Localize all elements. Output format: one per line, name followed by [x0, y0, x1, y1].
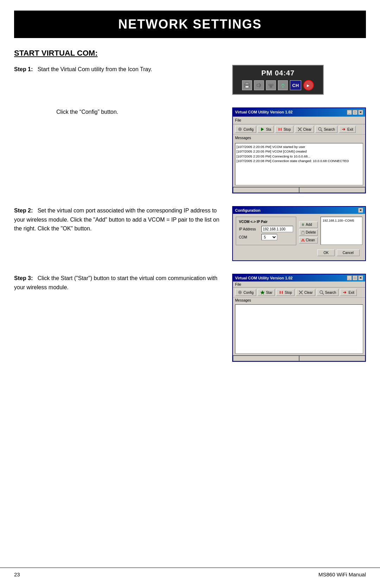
- svg-rect-15: [279, 128, 281, 131]
- config-window: Configuration ✕ VCOM <-> IP Pair IP Addr…: [232, 206, 366, 261]
- clean-button[interactable]: Clean: [299, 237, 318, 243]
- config-bottom-buttons: OK Cancel: [236, 248, 362, 258]
- vcom-config-btn[interactable]: Config: [235, 126, 256, 133]
- vcom-window-step3: Virtual COM Utility Version 1.02 _ □ ✕ F…: [232, 274, 366, 362]
- config-action-buttons: Add Delete Clean: [299, 217, 318, 248]
- msg-line-4: [10/7/2005 2:20:08 PM] Connection state …: [236, 159, 362, 163]
- maximize-btn-3[interactable]: □: [353, 276, 357, 280]
- step1-text: Step 1: Start the Virtual Com utility fr…: [14, 65, 222, 74]
- svg-marker-21: [302, 223, 304, 224]
- config-titlebar: Configuration ✕: [233, 207, 365, 214]
- vcom-titlebar-buttons-3: _ □ ✕: [347, 276, 363, 280]
- svg-rect-1: [245, 83, 249, 85]
- vcom-exit-btn-3[interactable]: Exit: [340, 289, 357, 296]
- minimize-btn-3[interactable]: _: [347, 276, 352, 280]
- step2-text: Step 2: Set the virtual com port associa…: [14, 206, 222, 233]
- step3-text: Step 3: Click the Start ("Star") button …: [14, 274, 222, 292]
- vcom-title-3: Virtual COM Utility Version 1.02: [235, 276, 293, 280]
- ch-icon: CH: [290, 80, 301, 90]
- svg-point-18: [318, 128, 321, 130]
- maximize-btn[interactable]: □: [353, 110, 357, 115]
- ok-button[interactable]: OK: [317, 249, 334, 256]
- status-item-3-2: [299, 355, 365, 361]
- vcom-titlebar: Virtual COM Utility Version 1.02 _ □ ✕: [233, 108, 365, 117]
- vcom-search-btn-3[interactable]: Search: [317, 289, 339, 296]
- msg-line-3: [10/7/2005 2:20:05 PM] Connecting to 10.…: [236, 154, 362, 159]
- page-title: NETWORK SETTINGS: [28, 17, 352, 32]
- step3-label: Step 3:: [14, 275, 33, 281]
- step2-label: Step 2:: [14, 208, 33, 213]
- ip-field-row: IP Address: [239, 226, 293, 232]
- svg-point-33: [320, 291, 323, 293]
- vcom-stop-btn[interactable]: Stop: [275, 126, 293, 133]
- section-heading: START VIRTUAL COM:: [14, 49, 366, 58]
- close-btn-3[interactable]: ✕: [358, 276, 363, 280]
- vcom-star-btn[interactable]: Star: [258, 289, 275, 296]
- close-btn[interactable]: ✕: [358, 110, 363, 115]
- icon-tray-icons: CH ▶: [238, 80, 318, 91]
- step2-row: Step 2: Set the virtual com port associa…: [14, 206, 366, 261]
- vcom-window-3: Virtual COM Utility Version 1.02 _ □ ✕ F…: [232, 274, 366, 362]
- vcom-title: Virtual COM Utility Version 1.02: [235, 109, 293, 116]
- svg-rect-30: [280, 291, 283, 294]
- delete-button[interactable]: Delete: [299, 229, 318, 236]
- vcom-search-btn[interactable]: Search: [315, 126, 337, 133]
- vcom-ip-group: VCOM <-> IP Pair IP Address COM 5: [236, 217, 296, 245]
- svg-marker-29: [260, 290, 265, 295]
- messages-wrap: [10/7/2005 2:20:05 PM] VCOM started by u…: [233, 143, 365, 185]
- status-item-1: [233, 187, 299, 193]
- step1-description: Start the Virtual Com utility from the I…: [38, 66, 152, 72]
- speaker-icon: [254, 80, 264, 90]
- step1-image: PM 04:47: [232, 65, 366, 95]
- red-circle-icon: ▶: [303, 80, 314, 91]
- page-footer: 23 MS860 WiFi Manual: [0, 568, 380, 577]
- svg-point-28: [239, 292, 241, 293]
- vcom-menubar[interactable]: File: [233, 117, 365, 125]
- list-item-1: 192.168.1.100--COM5: [322, 218, 361, 223]
- config-list: 192.168.1.100--COM5: [321, 217, 362, 245]
- vcom-toolbar: Config Sta Stop Clear: [233, 124, 365, 135]
- svg-line-7: [271, 86, 271, 86]
- vcom-exit-btn[interactable]: Exit: [339, 126, 356, 133]
- svg-rect-5: [271, 84, 273, 86]
- svg-text:▶: ▶: [307, 84, 310, 87]
- vcom-clear-btn[interactable]: Clear: [295, 126, 314, 133]
- footer-manual-name: MS860 WiFi Manual: [318, 571, 366, 577]
- step3-description: Click the Start ("Star") button to start…: [14, 275, 217, 290]
- svg-marker-14: [261, 128, 264, 131]
- svg-rect-22: [302, 232, 304, 234]
- vcom-menu-file-3[interactable]: File: [235, 282, 241, 286]
- vcom-stop-btn-3[interactable]: Stop: [276, 289, 294, 296]
- svg-rect-4: [269, 84, 271, 86]
- ip-label: IP Address: [239, 227, 260, 231]
- icon-tray-time: PM 04:47: [238, 69, 318, 77]
- vcom-statusbar: [233, 187, 365, 193]
- vcom-config-btn-3[interactable]: Config: [235, 289, 256, 296]
- step3-row: Step 3: Click the Start ("Star") button …: [14, 274, 366, 362]
- com-field-row: COM 5: [239, 234, 293, 240]
- minimize-btn[interactable]: _: [347, 110, 352, 115]
- vcom-clear-btn-3[interactable]: Clear: [296, 289, 315, 296]
- main-content: Step 1: Start the Virtual Com utility fr…: [0, 65, 380, 362]
- group-title: VCOM <-> IP Pair: [239, 220, 293, 224]
- vcom-start-btn[interactable]: Sta: [258, 126, 274, 133]
- config-x-btn[interactable]: ✕: [358, 208, 363, 213]
- messages-wrap-3: [233, 304, 365, 354]
- step1-label: Step 1:: [14, 66, 33, 72]
- msg-line-2: [10/7/2005 2:20:05 PM] VCOM [COM5] creat…: [236, 149, 362, 154]
- vcom-statusbar-3: [233, 355, 365, 361]
- config-dialog: Configuration ✕ VCOM <-> IP Pair IP Addr…: [232, 206, 366, 261]
- svg-line-19: [321, 130, 322, 131]
- com-select[interactable]: 5: [261, 234, 277, 240]
- com-label: COM: [239, 235, 260, 239]
- add-button[interactable]: Add: [299, 222, 318, 228]
- config-body: VCOM <-> IP Pair IP Address COM 5: [233, 214, 365, 260]
- page-header: NETWORK SETTINGS: [14, 11, 366, 38]
- vcom-menu-file[interactable]: File: [235, 118, 241, 122]
- svg-point-10: [282, 86, 284, 88]
- ip-input[interactable]: [261, 226, 293, 232]
- msg-line-1: [10/7/2005 2:20:05 PM] VCOM started by u…: [236, 144, 362, 149]
- cancel-button[interactable]: Cancel: [337, 249, 360, 256]
- vcom-menubar-3[interactable]: File: [233, 281, 365, 287]
- config-close-btn: ✕: [358, 208, 363, 213]
